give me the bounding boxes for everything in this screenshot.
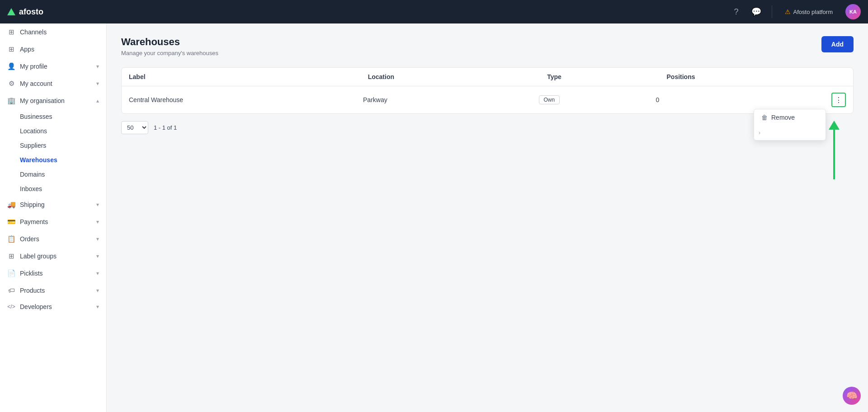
add-button[interactable]: Add <box>821 36 854 52</box>
channels-icon: ⊞ <box>7 28 15 36</box>
sidebar-item-businesses[interactable]: Businesses <box>20 109 106 124</box>
avatar[interactable]: KA <box>845 4 861 19</box>
remove-label: Remove <box>771 114 795 121</box>
topnav: afosto ? 💬 ⚠ Afosto platform KA <box>0 0 868 23</box>
shipping-icon: 🚚 <box>7 201 15 209</box>
chevron-down-icon: ▾ <box>96 304 99 310</box>
chat-button[interactable]: 💬 <box>748 4 764 20</box>
actions-cell: ⋮ 🗑 Remove › <box>831 93 846 107</box>
platform-selector[interactable]: ⚠ Afosto platform <box>779 8 838 15</box>
sidebar-item-domains[interactable]: Domains <box>20 167 106 182</box>
sidebar-item-label: Suppliers <box>20 142 46 149</box>
sidebar-item-locations[interactable]: Locations <box>20 124 106 138</box>
pagination: 50 10 25 100 1 - 1 of 1 <box>121 121 854 134</box>
sidebar-item-label: Apps <box>20 46 99 53</box>
sidebar-item-label: My profile <box>20 63 92 70</box>
warn-icon: ⚠ <box>785 8 791 15</box>
cell-type: Own <box>539 95 656 104</box>
warehouses-table: Label Location Type Positions Central Wa… <box>121 67 854 114</box>
sidebar-item-label: Domains <box>20 171 45 178</box>
sidebar-item-developers[interactable]: </> Developers ▾ <box>0 299 106 315</box>
products-icon: 🏷 <box>7 286 15 294</box>
cell-location: Parkway <box>363 96 539 103</box>
page-size-select[interactable]: 50 10 25 100 <box>121 121 148 134</box>
context-menu: 🗑 Remove › <box>754 109 826 140</box>
sidebar-item-label: Products <box>20 287 92 294</box>
layout: ⊞ Channels ⊞ Apps 👤 My profile ▾ ⚙ My ac… <box>0 23 868 412</box>
chevron-down-icon: ▾ <box>96 270 99 276</box>
chevron-down-icon: ▾ <box>96 287 99 294</box>
logo: afosto <box>7 7 728 17</box>
sidebar-item-channels[interactable]: ⊞ Channels <box>0 23 106 41</box>
sidebar-item-warehouses[interactable]: Warehouses <box>20 153 106 167</box>
page-info: 1 - 1 of 1 <box>154 124 177 131</box>
logo-text: afosto <box>19 7 43 17</box>
page-header: Warehouses Manage your company's warehou… <box>121 36 854 56</box>
sidebar-item-label: Developers <box>20 303 92 310</box>
sidebar-item-picklists[interactable]: 📄 Picklists ▾ <box>0 265 106 282</box>
sidebar-item-label: Payments <box>20 218 92 225</box>
sidebar-item-label: Picklists <box>20 270 92 277</box>
sidebar-item-label: Inboxes <box>20 185 42 192</box>
chevron-down-icon: ▾ <box>96 253 99 259</box>
nav-divider <box>772 5 772 18</box>
platform-label: Afosto platform <box>793 9 833 15</box>
apps-icon: ⊞ <box>7 45 15 53</box>
page-title: Warehouses <box>121 36 218 48</box>
sidebar-item-my-account[interactable]: ⚙ My account ▾ <box>0 75 106 92</box>
org-icon: 🏢 <box>7 97 15 105</box>
account-icon: ⚙ <box>7 80 15 88</box>
sidebar-item-label: Businesses <box>20 113 52 120</box>
table-header: Label Location Type Positions <box>122 68 853 86</box>
brain-icon[interactable]: 🧠 <box>843 387 861 405</box>
sidebar-item-orders[interactable]: 📋 Orders ▾ <box>0 230 106 248</box>
col-location: Location <box>368 73 547 80</box>
sidebar-item-label: Channels <box>20 28 99 36</box>
brain-emoji: 🧠 <box>846 390 858 401</box>
cell-label: Central Warehouse <box>129 96 363 103</box>
help-button[interactable]: ? <box>728 4 745 20</box>
row-actions-button[interactable]: ⋮ <box>831 93 846 107</box>
chevron-down-icon: ▾ <box>96 219 99 225</box>
page-subtitle: Manage your company's warehouses <box>121 50 218 56</box>
sidebar-item-label-groups[interactable]: ⊞ Label groups ▾ <box>0 248 106 265</box>
sidebar-item-label: Orders <box>20 235 92 243</box>
chevron-up-icon: ▴ <box>96 98 99 104</box>
page-title-group: Warehouses Manage your company's warehou… <box>121 36 218 56</box>
table-row: Central Warehouse Parkway Own 0 ⋮ 🗑 Remo… <box>122 86 853 113</box>
picklists-icon: 📄 <box>7 269 15 277</box>
sidebar-item-label: Locations <box>20 127 47 135</box>
sidebar-item-label: Label groups <box>20 253 92 260</box>
sidebar: ⊞ Channels ⊞ Apps 👤 My profile ▾ ⚙ My ac… <box>0 23 107 412</box>
profile-icon: 👤 <box>7 62 15 70</box>
remove-menu-item[interactable]: 🗑 Remove <box>754 109 826 126</box>
sidebar-item-my-profile[interactable]: 👤 My profile ▾ <box>0 58 106 75</box>
sidebar-item-label: My organisation <box>20 97 92 104</box>
developers-icon: </> <box>7 304 15 310</box>
sidebar-item-my-organisation[interactable]: 🏢 My organisation ▴ <box>0 92 106 109</box>
context-menu-expand-button[interactable]: › <box>754 126 765 140</box>
org-sub-menu: Businesses Locations Suppliers Warehouse… <box>0 109 106 196</box>
sidebar-item-inboxes[interactable]: Inboxes <box>20 182 106 196</box>
sidebar-item-label: My account <box>20 80 92 87</box>
type-badge: Own <box>539 95 560 104</box>
label-groups-icon: ⊞ <box>7 252 15 260</box>
trash-icon: 🗑 <box>761 114 768 121</box>
sidebar-item-apps[interactable]: ⊞ Apps <box>0 41 106 58</box>
logo-triangle <box>7 8 15 15</box>
orders-icon: 📋 <box>7 235 15 243</box>
col-positions: Positions <box>667 73 846 80</box>
col-label: Label <box>129 73 368 80</box>
sidebar-item-shipping[interactable]: 🚚 Shipping ▾ <box>0 196 106 213</box>
chevron-down-icon: ▾ <box>96 80 99 87</box>
sidebar-item-payments[interactable]: 💳 Payments ▾ <box>0 213 106 230</box>
sidebar-item-label: Shipping <box>20 201 92 208</box>
chevron-down-icon: ▾ <box>96 63 99 70</box>
sidebar-item-products[interactable]: 🏷 Products ▾ <box>0 282 106 299</box>
payments-icon: 💳 <box>7 218 15 226</box>
avatar-text: KA <box>849 9 857 14</box>
cell-positions: 0 <box>656 96 832 103</box>
chevron-down-icon: ▾ <box>96 201 99 208</box>
sidebar-item-suppliers[interactable]: Suppliers <box>20 138 106 153</box>
chevron-down-icon: ▾ <box>96 236 99 242</box>
